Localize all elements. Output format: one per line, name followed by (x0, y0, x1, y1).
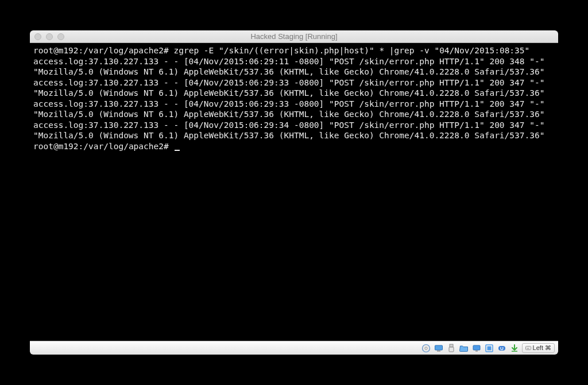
svg-rect-4 (450, 344, 453, 347)
shared-folder-icon[interactable] (459, 343, 469, 353)
titlebar[interactable]: Hacked Staging [Running] (30, 30, 558, 43)
optical-disk-icon[interactable] (421, 343, 431, 353)
svg-rect-5 (449, 347, 454, 352)
host-key-indicator[interactable]: Left ⌘ (522, 343, 555, 353)
display-icon[interactable] (434, 343, 444, 353)
svg-rect-12 (512, 351, 517, 352)
host-key-label: Left ⌘ (533, 344, 551, 352)
monitor-icon[interactable] (471, 343, 482, 353)
traffic-lights (30, 33, 64, 40)
statusbar: U Left ⌘ (30, 341, 558, 355)
svg-rect-3 (437, 351, 440, 352)
keyboard-icon (525, 345, 531, 351)
download-arrow-icon[interactable] (509, 343, 520, 353)
zoom-button[interactable] (57, 33, 64, 40)
svg-rect-15 (528, 347, 528, 348)
svg-rect-17 (527, 348, 529, 349)
svg-text:U: U (500, 346, 504, 351)
svg-rect-16 (529, 347, 529, 348)
cursor (175, 150, 180, 151)
svg-rect-7 (475, 351, 478, 352)
guest-additions-icon[interactable]: U (497, 343, 507, 353)
log-line: access.log:37.130.227.133 - - [04/Nov/20… (33, 99, 550, 119)
usb-icon[interactable] (446, 343, 457, 353)
terminal-output[interactable]: root@m192:/var/log/apache2# zgrep -E "/s… (30, 43, 558, 341)
close-button[interactable] (34, 33, 41, 40)
svg-rect-14 (527, 347, 527, 348)
log-line: access.log:37.130.227.133 - - [04/Nov/20… (33, 120, 550, 141)
command-text: zgrep -E "/skin/((error|skin).php|host)"… (173, 46, 529, 55)
svg-rect-9 (487, 346, 491, 350)
window-title: Hacked Staging [Running] (30, 32, 558, 41)
svg-point-1 (425, 347, 427, 349)
log-line: access.log:37.130.227.133 - - [04/Nov/20… (33, 57, 550, 77)
prompt-line-1: root@m192:/var/log/apache2# zgrep -E "/s… (33, 46, 529, 55)
svg-rect-13 (525, 346, 531, 349)
minimize-button[interactable] (46, 33, 53, 40)
svg-rect-2 (435, 345, 442, 350)
log-line: access.log:37.130.227.133 - - [04/Nov/20… (33, 78, 550, 98)
seamless-mode-icon[interactable] (484, 343, 494, 353)
prompt-line-2: root@m192:/var/log/apache2# (33, 142, 180, 151)
svg-rect-6 (473, 345, 480, 350)
vm-window: Hacked Staging [Running] root@m192:/var/… (30, 30, 558, 355)
